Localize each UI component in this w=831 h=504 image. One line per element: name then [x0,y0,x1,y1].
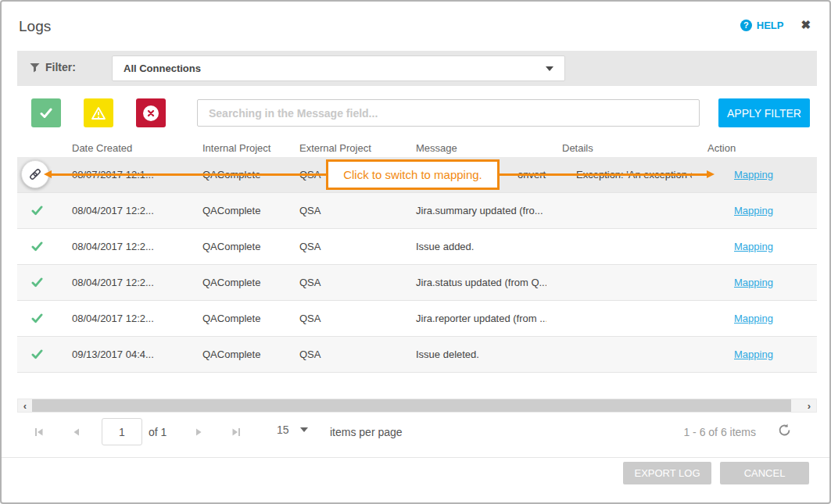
table-row[interactable]: 09/13/2017 04:4... QAComplete QSA Issue … [17,337,817,373]
scroll-left-icon[interactable]: ‹ [18,399,32,412]
pager: of 1 15 items per page 1 - 6 of 6 items [17,413,817,452]
external-project-cell: QSA [284,349,400,360]
items-range-info: 1 - 6 of 6 items [683,426,756,438]
horizontal-scrollbar[interactable]: ‹ › [17,399,817,413]
previous-page-icon[interactable] [70,426,83,438]
annotation-arrow-left [51,173,326,176]
first-page-icon[interactable] [33,426,45,438]
internal-project-cell: QAComplete [187,241,284,252]
success-status-icon [17,313,56,323]
column-external-project[interactable]: External Project [284,142,400,154]
help-label: HELP [757,20,784,31]
success-status-icon [17,277,56,288]
date-created-cell: 09/13/2017 04:4... [56,349,187,360]
external-project-cell: QSA [284,313,400,324]
logs-dialog: Logs ? HELP ✖ Filter: All Connections [0,0,831,504]
page-of-label: of 1 [149,426,167,438]
external-project-cell: QSA [284,205,400,216]
apply-filter-button[interactable]: APPLY FILTER [718,98,810,127]
success-status-icon [17,349,56,359]
success-status-icon [17,206,56,216]
internal-project-cell: QAComplete [187,205,284,216]
error-x-icon [147,109,155,117]
success-status-icon [17,241,56,252]
search-input[interactable] [197,99,700,127]
next-page-icon[interactable] [192,426,205,438]
table-header-row: Date Created Internal Project External P… [17,139,817,157]
success-filter-button[interactable] [31,98,61,127]
column-date-created[interactable]: Date Created [56,142,187,154]
scrollbar-thumb[interactable] [32,399,791,412]
close-icon[interactable]: ✖ [801,18,811,32]
export-log-button[interactable]: EXPORT LOG [623,462,711,484]
date-created-cell: 08/04/2017 12:2... [56,205,187,216]
chain-link-icon [25,164,45,184]
filter-funnel-icon [30,63,40,73]
page-size-dropdown[interactable]: 15 [277,424,308,436]
message-cell: Jira.reporter updated (from ... [400,313,546,324]
cancel-button[interactable]: CANCEL [720,462,809,484]
message-cell: Issue added. [400,241,546,252]
chevron-down-icon [546,66,553,71]
external-project-cell: QSA [284,277,400,288]
help-icon: ? [740,20,752,31]
internal-project-cell: QAComplete [187,277,284,288]
mapping-link[interactable]: Mapping [692,277,817,288]
warning-filter-button[interactable] [84,98,113,127]
table-row[interactable]: 08/04/2017 12:2... QAComplete QSA Jira.r… [17,301,817,337]
column-details[interactable]: Details [546,142,692,154]
mapping-link[interactable]: Mapping [692,313,817,324]
table-row[interactable]: 08/04/2017 12:2... QAComplete QSA Jira.s… [17,193,817,229]
help-link[interactable]: ? HELP [740,20,784,31]
mapping-link[interactable]: Mapping [692,205,817,216]
message-cell: Jira.status updated (from Q... [400,277,546,288]
external-project-cell: QSA [284,241,400,252]
dialog-header-actions: ? HELP ✖ [740,18,811,32]
items-per-page-label: items per page [330,426,403,438]
filter-label: Filter: [30,61,76,73]
chevron-down-icon [300,427,308,432]
check-icon [40,108,52,119]
table-row[interactable]: 08/04/2017 12:2... QAComplete QSA Issue … [17,229,817,265]
column-action[interactable]: Action [692,142,817,154]
search-toolbar: APPLY FILTER [31,98,810,127]
annotation-callout: Click to switch to mapping. [326,159,500,190]
column-message[interactable]: Message [400,142,546,154]
column-internal-project[interactable]: Internal Project [187,142,284,154]
last-page-icon[interactable] [230,426,242,438]
mapping-link[interactable]: Mapping [692,349,817,360]
footer-divider [2,457,829,458]
filter-bar: Filter: All Connections [17,51,817,86]
date-created-cell: 08/04/2017 12:2... [56,241,187,252]
page-title: Logs [19,18,51,35]
date-created-cell: 08/04/2017 12:2... [56,313,187,324]
message-cell: Jira.summary updated (fro... [400,205,546,216]
error-filter-button[interactable] [136,98,166,127]
mapping-link[interactable]: Mapping [692,241,817,252]
internal-project-cell: QAComplete [187,313,284,324]
error-icon [143,105,159,121]
connection-dropdown-value: All Connections [124,63,201,74]
warning-icon [91,106,106,120]
message-cell: Issue deleted. [400,349,546,360]
table-empty-area [17,373,817,399]
table-row[interactable]: 08/04/2017 12:2... QAComplete QSA Jira.s… [17,265,817,301]
page-number-input[interactable] [102,418,142,445]
scroll-right-icon[interactable]: › [802,399,816,412]
annotation-arrow-right [500,173,707,176]
date-created-cell: 08/04/2017 12:2... [56,277,187,288]
refresh-icon[interactable] [777,423,792,438]
connection-dropdown[interactable]: All Connections [112,55,565,81]
page-size-value: 15 [277,424,289,436]
internal-project-cell: QAComplete [187,349,284,360]
